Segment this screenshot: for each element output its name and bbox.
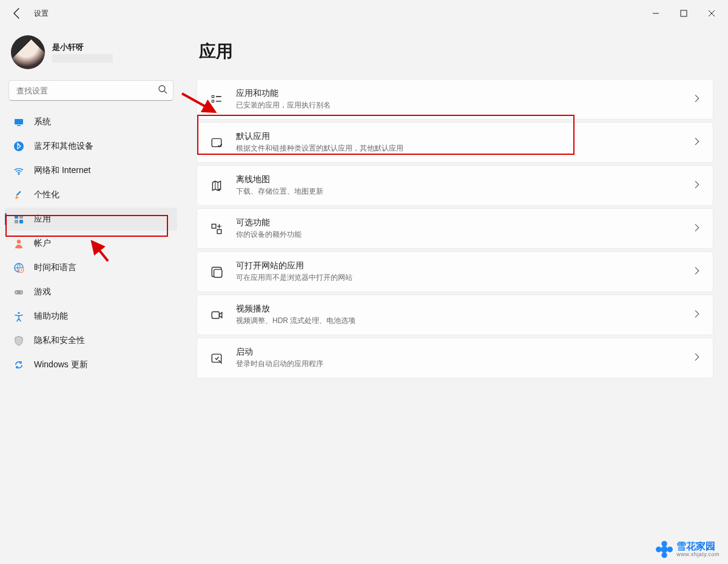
maximize-button[interactable] <box>670 4 698 23</box>
search-box <box>8 80 174 101</box>
card-default-apps[interactable]: 默认应用 根据文件和链接种类设置的默认应用，其他默认应用 <box>197 122 713 163</box>
card-subtitle: 视频调整、HDR 流式处理、电池选项 <box>236 316 681 326</box>
chevron-right-icon <box>692 135 702 150</box>
accessibility-icon <box>13 311 24 322</box>
chevron-right-icon <box>692 351 702 365</box>
card-title: 默认应用 <box>236 131 681 142</box>
shield-icon <box>13 335 24 346</box>
arrow-left-icon <box>12 6 22 21</box>
chevron-right-icon <box>692 308 702 322</box>
card-title: 应用和功能 <box>236 88 681 99</box>
chevron-right-icon <box>692 178 702 193</box>
app-title: 设置 <box>34 8 49 19</box>
sidebar-item-personal[interactable]: 个性化 <box>5 183 177 206</box>
sidebar-item-label: 蓝牙和其他设备 <box>34 141 93 152</box>
globe-clock-icon <box>13 262 24 273</box>
map-icon <box>208 177 225 194</box>
settings-cards: 应用和功能 已安装的应用，应用执行别名 默认应用 根据文件和链接种类设置的默认应… <box>197 79 713 378</box>
card-optional[interactable]: 可选功能 你的设备的额外功能 <box>197 208 713 249</box>
bluetooth-icon <box>13 141 24 152</box>
card-subtitle: 登录时自动启动的应用程序 <box>236 359 681 369</box>
sidebar-item-label: 游戏 <box>34 287 51 297</box>
list-icon <box>208 91 225 108</box>
sidebar-item-label: 应用 <box>34 214 51 225</box>
close-icon <box>707 8 716 18</box>
sidebar-item-bluetooth[interactable]: 蓝牙和其他设备 <box>5 135 177 158</box>
watermark-url: www.xhjaty.com <box>676 552 720 557</box>
profile[interactable]: 是小轩呀 <box>5 33 177 80</box>
minimize-button[interactable] <box>642 4 670 23</box>
main-content: 应用 应用和功能 已安装的应用，应用执行别名 默认应用 根据文件和链接种类设置的… <box>182 27 728 564</box>
card-subtitle: 可在应用而不是浏览器中打开的网站 <box>236 273 681 283</box>
update-icon <box>13 359 24 370</box>
card-offline-maps[interactable]: 离线地图 下载、存储位置、地图更新 <box>197 165 713 206</box>
card-title: 启动 <box>236 347 681 358</box>
default-icon <box>208 134 225 151</box>
gamepad-icon <box>13 287 24 297</box>
nav-list: 系统 蓝牙和其他设备 网络和 Internet 个性化 应用 帐户 时间和语言 … <box>5 110 177 376</box>
page-title: 应用 <box>199 40 713 63</box>
profile-email <box>52 54 113 63</box>
display-icon <box>13 117 24 127</box>
sidebar-item-label: Windows 更新 <box>34 359 88 370</box>
card-subtitle: 下载、存储位置、地图更新 <box>236 186 681 197</box>
avatar <box>11 35 45 69</box>
titlebar: 设置 <box>0 0 728 27</box>
sidebar-item-time[interactable]: 时间和语言 <box>5 256 177 279</box>
sidebar-item-apps[interactable]: 应用 <box>5 208 177 231</box>
sidebar-item-privacy[interactable]: 隐私和安全性 <box>5 329 177 352</box>
sidebar-item-network[interactable]: 网络和 Internet <box>5 159 177 182</box>
chevron-right-icon <box>692 265 702 279</box>
card-subtitle: 你的设备的额外功能 <box>236 229 681 240</box>
card-web-apps[interactable]: 可打开网站的应用 可在应用而不是浏览器中打开的网站 <box>197 251 713 292</box>
sidebar-item-label: 隐私和安全性 <box>34 335 85 346</box>
sidebar-item-system[interactable]: 系统 <box>5 110 177 134</box>
maximize-icon <box>679 8 689 18</box>
optional-icon <box>208 220 225 237</box>
chevron-right-icon <box>692 222 702 236</box>
card-apps-features[interactable]: 应用和功能 已安装的应用，应用执行别名 <box>197 79 713 120</box>
card-startup[interactable]: 启动 登录时自动启动的应用程序 <box>197 338 713 378</box>
close-button[interactable] <box>698 4 726 23</box>
sidebar-item-label: 辅助功能 <box>34 311 68 322</box>
card-title: 可选功能 <box>236 217 681 228</box>
profile-name: 是小轩呀 <box>52 42 113 53</box>
sidebar-item-accounts[interactable]: 帐户 <box>5 232 177 255</box>
sidebar-item-label: 网络和 Internet <box>34 165 90 176</box>
person-icon <box>13 238 24 249</box>
apps-icon <box>13 214 24 225</box>
startup-icon <box>208 350 225 367</box>
brush-icon <box>13 189 24 200</box>
card-title: 视频播放 <box>236 304 681 314</box>
sidebar-item-label: 时间和语言 <box>34 262 76 273</box>
sidebar-item-label: 系统 <box>34 117 51 127</box>
search-icon[interactable] <box>158 84 167 97</box>
sidebar-item-accessibility[interactable]: 辅助功能 <box>5 305 177 328</box>
sidebar-item-gaming[interactable]: 游戏 <box>5 280 177 304</box>
card-video[interactable]: 视频播放 视频调整、HDR 流式处理、电池选项 <box>197 294 713 335</box>
search-input[interactable] <box>8 80 174 101</box>
watermark: 雪花家园 www.xhjaty.com <box>656 541 720 558</box>
sidebar-item-update[interactable]: Windows 更新 <box>5 353 177 376</box>
watermark-title: 雪花家园 <box>676 542 720 552</box>
sidebar-item-label: 个性化 <box>34 189 59 200</box>
card-subtitle: 已安装的应用，应用执行别名 <box>236 100 681 110</box>
video-icon <box>208 307 225 324</box>
sidebar: 是小轩呀 系统 蓝牙和其他设备 网络和 Internet 个性化 应用 帐户 时… <box>0 27 182 564</box>
chevron-right-icon <box>692 92 702 107</box>
minimize-icon <box>651 8 661 18</box>
window-controls <box>642 4 726 23</box>
card-title: 离线地图 <box>236 174 681 185</box>
sidebar-item-label: 帐户 <box>34 238 51 249</box>
back-button[interactable] <box>7 4 27 23</box>
card-title: 可打开网站的应用 <box>236 260 681 271</box>
watermark-logo-icon <box>656 541 673 558</box>
card-subtitle: 根据文件和链接种类设置的默认应用，其他默认应用 <box>236 143 681 154</box>
wifi-icon <box>13 165 24 176</box>
web-icon <box>208 263 225 280</box>
